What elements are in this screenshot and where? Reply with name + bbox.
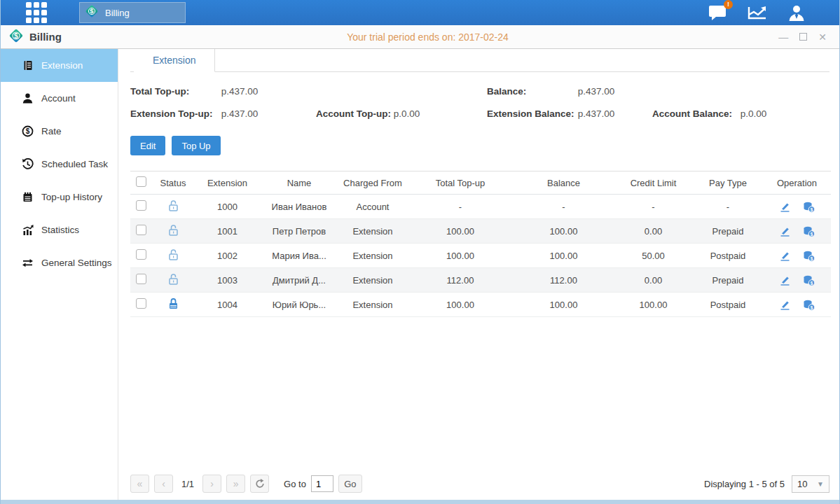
account-topup-value: p.0.00 xyxy=(394,108,420,119)
cell-pay-type: - xyxy=(693,195,763,219)
cell-name: Юрий Юрь... xyxy=(260,293,338,317)
main-content: Extension Total Top-up: p.437.00 Balance… xyxy=(118,49,839,500)
billing-diamond-icon: $ xyxy=(8,27,25,47)
cell-extension: 1000 xyxy=(195,195,260,219)
cell-extension: 1004 xyxy=(195,293,260,317)
trial-notice: Your trial period ends on: 2017-02-24 xyxy=(134,31,722,43)
top-up-row-icon[interactable]: $ xyxy=(802,201,815,213)
row-checkbox[interactable] xyxy=(136,298,146,309)
sidebar-item-label: Extension xyxy=(41,60,83,71)
cell-balance: 112.00 xyxy=(514,268,614,293)
sidebar-item-general-settings[interactable]: General Settings xyxy=(1,246,118,279)
statistics-chart-icon xyxy=(22,224,34,236)
svg-text:$: $ xyxy=(810,304,813,310)
cell-extension: 1003 xyxy=(195,268,260,293)
sidebar-item-account[interactable]: Account xyxy=(1,82,118,115)
go-button[interactable]: Go xyxy=(338,475,362,493)
page-indicator: 1/1 xyxy=(178,479,198,489)
svg-text:$: $ xyxy=(90,7,94,15)
cell-charged-from: Extension xyxy=(338,244,407,268)
maximize-icon[interactable] xyxy=(799,33,807,41)
sidebar-item-rate[interactable]: $ Rate xyxy=(1,115,118,148)
table-header-row: Status Extension Name Charged From Total… xyxy=(130,172,831,195)
next-page-button[interactable]: › xyxy=(202,475,221,493)
cell-name: Мария Ива... xyxy=(260,244,338,268)
svg-text:$: $ xyxy=(14,31,18,39)
edit-row-icon[interactable] xyxy=(779,274,791,286)
top-up-button[interactable]: Top Up xyxy=(172,136,220,155)
window-controls: — ✕ xyxy=(722,32,827,42)
refresh-button[interactable] xyxy=(250,475,269,493)
cell-total-topup: 112.00 xyxy=(407,268,514,293)
extension-topup-label: Extension Top-up: xyxy=(130,108,219,119)
goto-page-input[interactable] xyxy=(311,475,333,492)
previous-page-button[interactable]: ‹ xyxy=(154,475,173,493)
col-operation: Operation xyxy=(763,172,831,195)
col-status: Status xyxy=(151,172,195,195)
extension-balance-summary: Extension Balance: p.437.00 xyxy=(487,108,652,119)
close-icon[interactable]: ✕ xyxy=(818,32,827,42)
refresh-icon xyxy=(255,479,265,489)
sidebar-item-label: General Settings xyxy=(41,258,112,268)
notification-badge: ! xyxy=(724,0,733,9)
account-balance-summary: Account Balance: p.0.00 xyxy=(652,108,829,119)
user-account-icon[interactable] xyxy=(787,4,806,22)
tab-extension[interactable]: Extension xyxy=(134,49,215,72)
edit-row-icon[interactable] xyxy=(779,225,791,237)
taskbar-billing-tab[interactable]: $ Billing xyxy=(79,2,186,23)
sidebar-item-label: Account xyxy=(41,93,76,104)
cell-balance: - xyxy=(514,195,614,219)
edit-row-icon[interactable] xyxy=(779,250,791,262)
table-row: 1004 Юрий Юрь... Extension 100.00 100.00… xyxy=(130,293,831,317)
minimize-icon[interactable]: — xyxy=(778,32,788,42)
account-topup-label: Account Top-up: xyxy=(316,108,391,119)
sidebar-item-extension[interactable]: Extension xyxy=(1,49,118,82)
row-checkbox[interactable] xyxy=(136,225,146,235)
row-checkbox[interactable] xyxy=(136,249,146,260)
messages-icon[interactable]: ! xyxy=(708,4,727,21)
cell-pay-type: Prepaid xyxy=(693,268,763,293)
row-checkbox[interactable] xyxy=(136,200,146,211)
page-size-select[interactable]: 10 ▼ xyxy=(792,475,829,493)
col-charged-from: Charged From xyxy=(338,172,407,195)
pagination-bar: « ‹ 1/1 › » Go to Go Displaying 1 - 5 of… xyxy=(130,475,829,493)
balance-value: p.437.00 xyxy=(578,86,615,97)
last-page-button[interactable]: » xyxy=(226,475,245,493)
rate-dollar-icon: $ xyxy=(22,125,34,137)
displaying-text: Displaying 1 - 5 of 5 xyxy=(704,479,785,489)
sidebar-item-scheduled-task[interactable]: Scheduled Task xyxy=(1,148,118,181)
billing-app-window: $ Billing ! xyxy=(0,0,840,504)
svg-text:$: $ xyxy=(810,255,813,261)
edit-row-icon[interactable] xyxy=(779,201,791,213)
top-up-row-icon[interactable]: $ xyxy=(802,225,815,237)
edit-button[interactable]: Edit xyxy=(130,136,165,155)
cell-credit-limit: 100.00 xyxy=(614,293,693,317)
svg-text:$: $ xyxy=(810,280,813,286)
row-checkbox[interactable] xyxy=(136,274,146,284)
cell-credit-limit: 0.00 xyxy=(614,268,693,293)
first-page-button[interactable]: « xyxy=(130,475,149,493)
edit-row-icon[interactable] xyxy=(779,299,791,311)
total-topup-summary: Total Top-up: p.437.00 xyxy=(130,86,316,97)
window-title-text: Billing xyxy=(29,31,62,43)
cell-pay-type: Postpaid xyxy=(693,244,763,268)
reports-chart-icon[interactable] xyxy=(747,4,768,21)
sidebar-item-statistics[interactable]: Statistics xyxy=(1,214,118,246)
app-menu-grid-icon[interactable] xyxy=(26,2,50,23)
total-topup-value: p.437.00 xyxy=(221,86,259,97)
top-up-row-icon[interactable]: $ xyxy=(802,299,815,311)
top-up-row-icon[interactable]: $ xyxy=(802,274,815,286)
cell-charged-from: Extension xyxy=(338,219,407,244)
window-title: $ Billing xyxy=(8,27,134,47)
unlocked-icon xyxy=(167,273,179,286)
cell-charged-from: Extension xyxy=(338,268,407,293)
extension-ledger-icon xyxy=(22,59,34,71)
total-topup-label: Total Top-up: xyxy=(130,86,219,97)
col-pay-type: Pay Type xyxy=(693,172,763,195)
extension-balance-value: p.437.00 xyxy=(578,108,615,119)
unlocked-icon xyxy=(167,248,179,261)
top-up-row-icon[interactable]: $ xyxy=(802,250,815,262)
sidebar-item-topup-history[interactable]: Top-up History xyxy=(1,181,118,214)
titlebar: $ Billing Your trial period ends on: 201… xyxy=(1,25,839,49)
select-all-checkbox[interactable] xyxy=(136,176,146,187)
